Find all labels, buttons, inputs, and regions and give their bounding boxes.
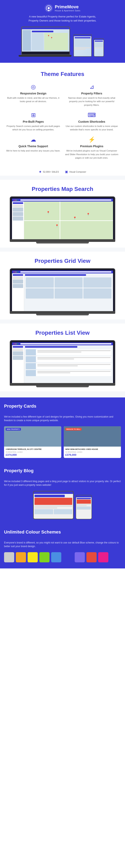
map-road-horizontal — [24, 220, 113, 221]
colour-swatch-2[interactable] — [28, 552, 38, 562]
list-row-line-8 — [37, 372, 70, 373]
colour-swatch-1[interactable] — [16, 552, 26, 562]
map-topbar — [12, 198, 113, 202]
list-row-line-2 — [37, 351, 82, 352]
feature-icon-pre-built-pages: ⊞ — [6, 112, 60, 118]
header-mockups: 📍 📍 — [6, 27, 119, 57]
grid-topbar — [12, 271, 113, 273]
colour-swatch-6[interactable] — [75, 552, 85, 562]
prop-card-img-card-2: REDUCE TO SELL — [64, 426, 121, 446]
list-sidebar — [12, 345, 24, 383]
map-laptop-stand — [36, 242, 89, 244]
list-row-1 — [26, 349, 112, 355]
dot-green — [17, 199, 18, 200]
map-sidebar — [12, 202, 24, 239]
list-row-line-3 — [37, 357, 111, 358]
page-header: PrimeMove House & Apartment Sales A new … — [0, 0, 125, 63]
phone-screen — [94, 40, 103, 56]
list-laptop-outer — [10, 340, 115, 384]
list-row-content-1 — [36, 349, 112, 355]
property-card-card-1: NEW PROPERTY 3 BEDROOM TERRACE, IN CITY … — [4, 426, 61, 458]
map-content-area: 📍 📍 📍 📍 — [12, 202, 113, 239]
sidebar-block-1 — [13, 208, 23, 212]
dot-red — [13, 199, 14, 200]
laptop-topbar — [22, 27, 69, 29]
feature-title-property-filters: Property Filters — [65, 92, 119, 95]
badge-text-sales-count: 52,000+ SALES — [43, 170, 59, 173]
list-row-content-3 — [36, 363, 112, 369]
list-sidebar-line-1 — [13, 348, 23, 349]
colour-swatch-8[interactable] — [98, 552, 108, 562]
colour-swatch-3[interactable] — [39, 552, 50, 562]
property-blog-title: Property Blog — [4, 464, 121, 473]
header-description: A new beautiful Property theme perfect f… — [26, 14, 99, 23]
feature-icon-property-filters: ⊿ — [65, 84, 119, 90]
list-row-img-1 — [26, 349, 36, 355]
map-pin-3: 📍 — [55, 224, 59, 227]
logo-row: PrimeMove House & Apartment Sales — [6, 4, 119, 12]
badge-sales-count: ★ 52,000+ SALES — [39, 170, 59, 174]
logo-text: PrimeMove House & Apartment Sales — [55, 4, 80, 11]
logo-subtitle: House & Apartment Sales — [55, 9, 80, 12]
grid-screen — [12, 271, 113, 311]
grid-card-1 — [26, 277, 54, 287]
feature-quick-theme-support: ☁ Quick Theme Support We're here to help… — [6, 136, 60, 160]
colour-schemes-section: Unlimited Colour Schemes Everyone's bran… — [0, 525, 125, 568]
blog-line-2 — [34, 507, 57, 508]
colour-swatch-5[interactable] — [63, 552, 73, 562]
blog-tablet-bar — [34, 492, 73, 494]
grid-card-4 — [26, 288, 54, 299]
laptop-mockup: 📍 📍 — [21, 27, 71, 57]
list-row-content-4 — [36, 370, 112, 376]
colour-swatch-0[interactable] — [4, 552, 14, 562]
colour-schemes-desc: Everyone's brand is different, so you mi… — [4, 541, 121, 548]
colour-swatches-row — [4, 552, 121, 562]
blog-phone-mockup — [76, 495, 92, 519]
grid-laptop-outer — [10, 268, 115, 312]
property-cards-desc: We've included a few different type of c… — [4, 415, 121, 422]
list-row-line-1 — [37, 350, 111, 351]
property-card-card-2: REDUCE TO SELL NEW SEMI-DETACHED 3 BED H… — [64, 426, 121, 458]
laptop-screen-content: 📍 📍 — [22, 27, 69, 52]
dot-red-g — [13, 272, 14, 273]
map-screen: 📍 📍 📍 📍 — [12, 198, 113, 239]
feature-desc-custom-shortcodes: Use our custom shortcodes to build a mor… — [65, 124, 119, 132]
blog-mockups — [4, 491, 121, 519]
list-sidebar-block-2 — [13, 356, 23, 360]
map-pin-1: 📍 — [46, 211, 50, 214]
properties-list-section: Properties List View — [0, 323, 125, 391]
property-blog-desc: We've included 3 different blog pages an… — [4, 479, 121, 487]
laptop-base — [19, 55, 71, 57]
grid-laptop-stand — [36, 314, 89, 315]
list-laptop-stand — [36, 386, 89, 387]
prop-card-body-card-1: 3 BEDROOM TERRACE, IN CITY CENTRE 43 Alf… — [4, 446, 61, 458]
feature-custom-shortcodes: ⌨ Custom Shortcodes Use our custom short… — [65, 112, 119, 132]
laptop-body: 📍 📍 — [22, 29, 69, 52]
feature-icon-custom-shortcodes: ⌨ — [65, 112, 119, 118]
logo-title: PrimeMove — [55, 4, 80, 9]
feature-pre-built-pages: ⊞ Pre-Built Pages Property Search comes … — [6, 112, 60, 132]
dot-yellow — [15, 199, 17, 200]
feature-icon-premium-plugins: ⚡ — [65, 136, 119, 143]
colour-swatch-4[interactable] — [51, 552, 61, 562]
list-row-line-5 — [37, 364, 111, 365]
colour-swatch-7[interactable] — [87, 552, 97, 562]
list-row-line-6 — [37, 365, 78, 366]
prop-card-title-card-1: 3 BEDROOM TERRACE, IN CITY CENTRE — [6, 448, 60, 451]
list-row-content-2 — [36, 356, 112, 362]
map-road-vertical — [60, 202, 60, 239]
property-cards-title: Property Cards — [4, 404, 121, 409]
feature-desc-premium-plugins: We've included plugins such as Visual Co… — [65, 149, 119, 160]
grid-sidebar-line-1 — [13, 277, 23, 278]
grid-sidebar-block-2 — [13, 284, 23, 288]
feature-property-filters: ⊿ Property Filters Narrow down your sear… — [65, 84, 119, 107]
list-laptop-wrap — [10, 340, 115, 387]
map-laptop-wrap: 📍 📍 📍 📍 — [10, 196, 115, 244]
dot-yellow-l — [15, 343, 17, 344]
list-row-img-2 — [26, 356, 36, 362]
theme-features-section: Theme Features ◎ Responsive Design Built… — [0, 63, 125, 166]
list-main — [24, 345, 113, 383]
list-sidebar-block-1 — [13, 351, 23, 355]
list-topbar — [12, 342, 113, 345]
sidebar-block-2 — [13, 212, 23, 216]
